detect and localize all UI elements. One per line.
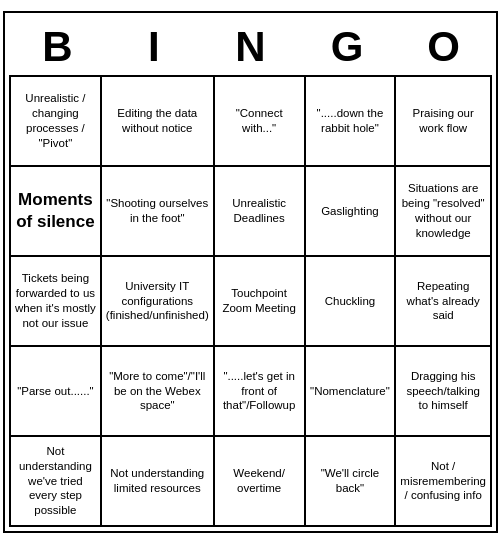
bingo-cell-19[interactable]: Dragging his speech/talking to himself <box>396 347 492 437</box>
bingo-cell-12[interactable]: Touchpoint Zoom Meeting <box>215 257 306 347</box>
bingo-cell-11[interactable]: University IT configurations (finished/u… <box>102 257 215 347</box>
bingo-grid: Unrealistic / changing processes / "Pivo… <box>9 75 492 527</box>
bingo-cell-21[interactable]: Not understanding limited resources <box>102 437 215 527</box>
bingo-cell-18[interactable]: "Nomenclature" <box>306 347 397 437</box>
bingo-cell-24[interactable]: Not / misremembering / confusing info <box>396 437 492 527</box>
bingo-cell-5[interactable]: Moments of silence <box>11 167 102 257</box>
letter-b: B <box>12 23 102 71</box>
bingo-cell-8[interactable]: Gaslighting <box>306 167 397 257</box>
bingo-cell-10[interactable]: Tickets being forwarded to us when it's … <box>11 257 102 347</box>
bingo-cell-3[interactable]: ".....down the rabbit hole" <box>306 77 397 167</box>
letter-i: I <box>109 23 199 71</box>
bingo-cell-6[interactable]: "Shooting ourselves in the foot" <box>102 167 215 257</box>
bingo-cell-17[interactable]: ".....let's get in front of that"/Follow… <box>215 347 306 437</box>
letter-o: O <box>399 23 489 71</box>
bingo-cell-0[interactable]: Unrealistic / changing processes / "Pivo… <box>11 77 102 167</box>
bingo-cell-13[interactable]: Chuckling <box>306 257 397 347</box>
bingo-cell-22[interactable]: Weekend/ overtime <box>215 437 306 527</box>
bingo-cell-23[interactable]: "We'll circle back" <box>306 437 397 527</box>
bingo-cell-2[interactable]: "Connect with..." <box>215 77 306 167</box>
letter-g: G <box>302 23 392 71</box>
letter-n: N <box>205 23 295 71</box>
bingo-cell-1[interactable]: Editing the data without notice <box>102 77 215 167</box>
bingo-cell-9[interactable]: Situations are being "resolved" without … <box>396 167 492 257</box>
bingo-header: B I N G O <box>9 17 492 75</box>
bingo-card: B I N G O Unrealistic / changing process… <box>3 11 498 533</box>
bingo-cell-7[interactable]: Unrealistic Deadlines <box>215 167 306 257</box>
bingo-cell-14[interactable]: Repeating what's already said <box>396 257 492 347</box>
bingo-cell-16[interactable]: "More to come"/"I'll be on the Webex spa… <box>102 347 215 437</box>
bingo-cell-4[interactable]: Praising our work flow <box>396 77 492 167</box>
bingo-cell-20[interactable]: Not understanding we've tried every step… <box>11 437 102 527</box>
bingo-cell-15[interactable]: "Parse out......" <box>11 347 102 437</box>
